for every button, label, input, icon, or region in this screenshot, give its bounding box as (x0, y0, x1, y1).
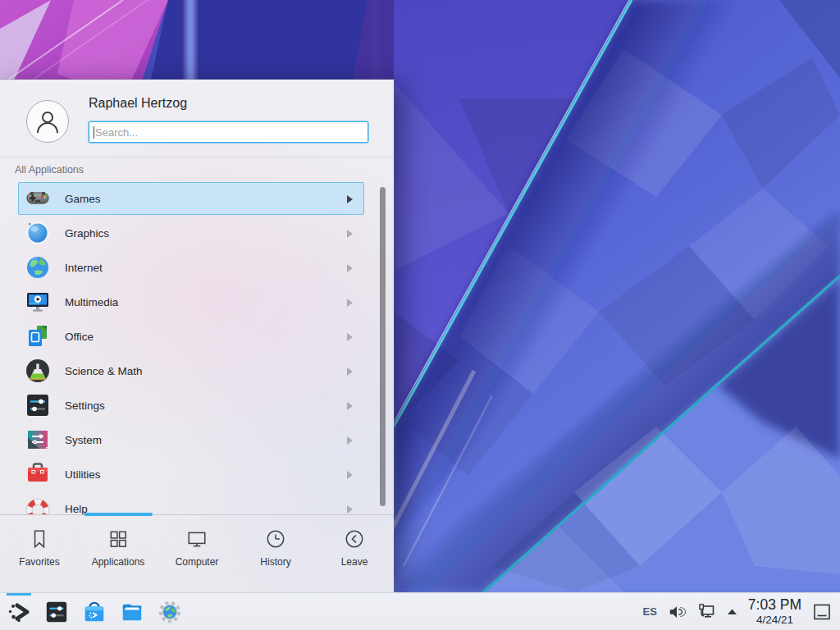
taskbar-browser-button[interactable] (158, 600, 182, 624)
menu-item-office[interactable]: Office (18, 320, 364, 353)
menu-item-settings[interactable]: Settings (18, 389, 364, 422)
user-name: Raphael Hertzog (89, 96, 187, 111)
system-tray: ES 7:03 PM 4/24/21 (642, 598, 840, 625)
search-input[interactable]: Search... (89, 121, 368, 143)
section-label: All Applications (15, 164, 84, 176)
toolbox-icon (25, 461, 51, 487)
menu-item-utilities[interactable]: Utilities (18, 458, 364, 491)
clock-time: 7:03 PM (748, 598, 801, 613)
active-task-indicator (7, 593, 31, 596)
tab-label: Applications (92, 556, 145, 568)
submenu-arrow-icon (347, 402, 353, 410)
application-launcher-menu: Raphael Hertzog Search... All Applicatio… (0, 80, 394, 592)
tab-label: Computer (176, 556, 219, 568)
kickoff-launcher-icon (7, 600, 31, 624)
submenu-arrow-icon (347, 368, 353, 376)
taskbar-dolphin-button[interactable] (120, 600, 144, 624)
sliders-dark-icon (25, 392, 51, 418)
system-settings-icon (44, 600, 69, 624)
documents-icon (25, 323, 51, 349)
keyboard-layout-indicator[interactable]: ES (642, 605, 656, 618)
menu-item-system[interactable]: System (18, 423, 364, 456)
submenu-arrow-icon (347, 230, 353, 238)
menu-item-label: Graphics (65, 227, 109, 240)
taskbar-discover-button[interactable] (82, 600, 107, 624)
tab-label: Leave (341, 556, 368, 568)
desktop: Raphael Hertzog Search... All Applicatio… (0, 0, 840, 630)
taskbar-launcher-button[interactable] (7, 600, 31, 624)
launcher-tabbar: Favorites Applications Computer (0, 514, 394, 592)
menu-item-label: Office (65, 331, 94, 343)
tab-label: Favorites (19, 556, 59, 568)
menu-item-label: Multimedia (65, 296, 118, 308)
lifebuoy-icon (25, 495, 51, 514)
list-scrollbar[interactable] (380, 187, 386, 506)
computer-icon (186, 528, 208, 550)
sphere-icon (25, 220, 51, 246)
menu-item-label: Settings (65, 399, 105, 412)
tab-favorites[interactable]: Favorites (0, 515, 79, 592)
tab-computer[interactable]: Computer (158, 515, 236, 592)
menu-item-help[interactable]: Help (18, 492, 364, 514)
menu-item-label: Utilities (65, 468, 101, 481)
app-grid-icon (107, 528, 129, 550)
user-avatar-icon (34, 107, 62, 135)
menu-item-multimedia[interactable]: Multimedia (18, 285, 364, 318)
taskbar-pinned-apps (0, 600, 182, 624)
header-separator (0, 157, 394, 158)
discover-icon (82, 600, 107, 624)
user-avatar[interactable] (26, 100, 69, 143)
menu-item-label: Games (65, 193, 101, 205)
volume-icon[interactable] (668, 603, 686, 621)
digital-clock[interactable]: 7:03 PM 4/24/21 (748, 598, 801, 625)
menu-item-label: Internet (65, 262, 103, 274)
category-list: Games Graphics (0, 182, 394, 514)
show-desktop-button[interactable] (812, 602, 832, 622)
web-browser-icon (158, 600, 182, 624)
search-placeholder: Search... (95, 126, 138, 139)
taskbar-panel: ES 7:03 PM 4/24/21 (0, 592, 840, 630)
monitor-play-icon (25, 289, 51, 315)
tab-label: History (260, 556, 290, 568)
dolphin-files-icon (120, 600, 144, 624)
submenu-arrow-icon (347, 333, 353, 341)
menu-item-science-math[interactable]: Science & Math (18, 354, 364, 387)
taskbar-systemsettings-button[interactable] (44, 600, 69, 624)
menu-item-graphics[interactable]: Graphics (18, 217, 364, 249)
submenu-arrow-icon (347, 264, 353, 272)
menu-item-internet[interactable]: Internet (18, 251, 364, 284)
globe-icon (25, 254, 51, 281)
active-tab-indicator (84, 513, 153, 516)
clock-date: 4/24/21 (756, 614, 793, 626)
expand-tray-icon[interactable] (727, 608, 737, 616)
text-cursor (94, 126, 94, 139)
flask-icon (25, 358, 51, 384)
tab-leave[interactable]: Leave (315, 515, 394, 592)
tab-applications[interactable]: Applications (79, 515, 158, 592)
gamepad-icon (25, 185, 51, 212)
submenu-arrow-icon (347, 299, 353, 307)
leave-icon (344, 528, 365, 550)
bookmark-icon (29, 528, 50, 550)
submenu-arrow-icon (347, 436, 353, 445)
menu-item-label: System (65, 434, 102, 446)
menu-item-label: Science & Math (65, 365, 143, 377)
submenu-arrow-icon (347, 195, 353, 203)
tab-history[interactable]: History (236, 515, 315, 592)
sliders-color-icon (25, 427, 51, 453)
submenu-arrow-icon (347, 471, 353, 479)
submenu-arrow-icon (347, 505, 353, 514)
menu-item-games[interactable]: Games (18, 182, 364, 215)
history-clock-icon (265, 528, 286, 550)
network-icon[interactable] (696, 602, 716, 622)
